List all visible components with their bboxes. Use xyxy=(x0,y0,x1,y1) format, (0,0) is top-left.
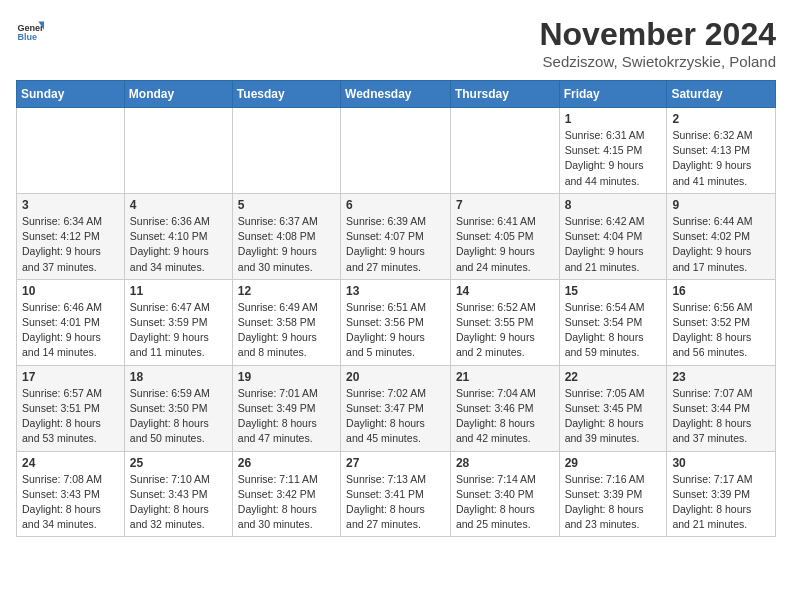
month-title: November 2024 xyxy=(539,16,776,53)
calendar-body: 1Sunrise: 6:31 AM Sunset: 4:15 PM Daylig… xyxy=(17,108,776,537)
day-number: 15 xyxy=(565,284,662,298)
day-info: Sunrise: 6:37 AM Sunset: 4:08 PM Dayligh… xyxy=(238,214,335,275)
calendar-week-row: 17Sunrise: 6:57 AM Sunset: 3:51 PM Dayli… xyxy=(17,365,776,451)
day-number: 9 xyxy=(672,198,770,212)
calendar-day-cell: 18Sunrise: 6:59 AM Sunset: 3:50 PM Dayli… xyxy=(124,365,232,451)
calendar-day-cell: 22Sunrise: 7:05 AM Sunset: 3:45 PM Dayli… xyxy=(559,365,667,451)
day-number: 18 xyxy=(130,370,227,384)
day-info: Sunrise: 6:42 AM Sunset: 4:04 PM Dayligh… xyxy=(565,214,662,275)
day-info: Sunrise: 7:17 AM Sunset: 3:39 PM Dayligh… xyxy=(672,472,770,533)
day-info: Sunrise: 6:44 AM Sunset: 4:02 PM Dayligh… xyxy=(672,214,770,275)
day-info: Sunrise: 6:52 AM Sunset: 3:55 PM Dayligh… xyxy=(456,300,554,361)
day-info: Sunrise: 6:39 AM Sunset: 4:07 PM Dayligh… xyxy=(346,214,445,275)
day-info: Sunrise: 6:59 AM Sunset: 3:50 PM Dayligh… xyxy=(130,386,227,447)
logo-icon: General Blue xyxy=(16,16,44,44)
day-number: 27 xyxy=(346,456,445,470)
day-info: Sunrise: 7:01 AM Sunset: 3:49 PM Dayligh… xyxy=(238,386,335,447)
weekday-header-cell: Thursday xyxy=(450,81,559,108)
calendar-day-cell: 2Sunrise: 6:32 AM Sunset: 4:13 PM Daylig… xyxy=(667,108,776,194)
calendar-day-cell: 1Sunrise: 6:31 AM Sunset: 4:15 PM Daylig… xyxy=(559,108,667,194)
day-info: Sunrise: 7:02 AM Sunset: 3:47 PM Dayligh… xyxy=(346,386,445,447)
day-info: Sunrise: 6:49 AM Sunset: 3:58 PM Dayligh… xyxy=(238,300,335,361)
day-number: 5 xyxy=(238,198,335,212)
calendar-week-row: 1Sunrise: 6:31 AM Sunset: 4:15 PM Daylig… xyxy=(17,108,776,194)
calendar-day-cell: 17Sunrise: 6:57 AM Sunset: 3:51 PM Dayli… xyxy=(17,365,125,451)
calendar-week-row: 10Sunrise: 6:46 AM Sunset: 4:01 PM Dayli… xyxy=(17,279,776,365)
day-number: 17 xyxy=(22,370,119,384)
calendar-day-cell: 5Sunrise: 6:37 AM Sunset: 4:08 PM Daylig… xyxy=(232,193,340,279)
calendar-day-cell: 23Sunrise: 7:07 AM Sunset: 3:44 PM Dayli… xyxy=(667,365,776,451)
day-number: 11 xyxy=(130,284,227,298)
day-info: Sunrise: 7:04 AM Sunset: 3:46 PM Dayligh… xyxy=(456,386,554,447)
calendar-day-cell: 11Sunrise: 6:47 AM Sunset: 3:59 PM Dayli… xyxy=(124,279,232,365)
day-number: 24 xyxy=(22,456,119,470)
calendar-day-cell: 21Sunrise: 7:04 AM Sunset: 3:46 PM Dayli… xyxy=(450,365,559,451)
day-number: 4 xyxy=(130,198,227,212)
day-number: 8 xyxy=(565,198,662,212)
day-info: Sunrise: 7:07 AM Sunset: 3:44 PM Dayligh… xyxy=(672,386,770,447)
weekday-header-cell: Wednesday xyxy=(341,81,451,108)
day-info: Sunrise: 7:16 AM Sunset: 3:39 PM Dayligh… xyxy=(565,472,662,533)
weekday-header-cell: Monday xyxy=(124,81,232,108)
calendar-day-cell: 7Sunrise: 6:41 AM Sunset: 4:05 PM Daylig… xyxy=(450,193,559,279)
calendar-week-row: 3Sunrise: 6:34 AM Sunset: 4:12 PM Daylig… xyxy=(17,193,776,279)
calendar-day-cell xyxy=(124,108,232,194)
weekday-header-cell: Saturday xyxy=(667,81,776,108)
day-number: 20 xyxy=(346,370,445,384)
calendar-table: SundayMondayTuesdayWednesdayThursdayFrid… xyxy=(16,80,776,537)
weekday-header-cell: Friday xyxy=(559,81,667,108)
day-number: 3 xyxy=(22,198,119,212)
logo: General Blue xyxy=(16,16,44,44)
title-area: November 2024 Sedziszow, Swietokrzyskie,… xyxy=(539,16,776,70)
day-info: Sunrise: 6:51 AM Sunset: 3:56 PM Dayligh… xyxy=(346,300,445,361)
day-info: Sunrise: 7:14 AM Sunset: 3:40 PM Dayligh… xyxy=(456,472,554,533)
day-number: 16 xyxy=(672,284,770,298)
calendar-day-cell: 28Sunrise: 7:14 AM Sunset: 3:40 PM Dayli… xyxy=(450,451,559,537)
calendar-day-cell: 25Sunrise: 7:10 AM Sunset: 3:43 PM Dayli… xyxy=(124,451,232,537)
calendar-day-cell: 13Sunrise: 6:51 AM Sunset: 3:56 PM Dayli… xyxy=(341,279,451,365)
day-info: Sunrise: 6:54 AM Sunset: 3:54 PM Dayligh… xyxy=(565,300,662,361)
day-number: 22 xyxy=(565,370,662,384)
day-info: Sunrise: 6:31 AM Sunset: 4:15 PM Dayligh… xyxy=(565,128,662,189)
calendar-day-cell: 4Sunrise: 6:36 AM Sunset: 4:10 PM Daylig… xyxy=(124,193,232,279)
calendar-day-cell: 20Sunrise: 7:02 AM Sunset: 3:47 PM Dayli… xyxy=(341,365,451,451)
calendar-day-cell: 10Sunrise: 6:46 AM Sunset: 4:01 PM Dayli… xyxy=(17,279,125,365)
calendar-day-cell xyxy=(450,108,559,194)
day-number: 12 xyxy=(238,284,335,298)
day-number: 10 xyxy=(22,284,119,298)
day-info: Sunrise: 6:36 AM Sunset: 4:10 PM Dayligh… xyxy=(130,214,227,275)
day-info: Sunrise: 6:46 AM Sunset: 4:01 PM Dayligh… xyxy=(22,300,119,361)
calendar-week-row: 24Sunrise: 7:08 AM Sunset: 3:43 PM Dayli… xyxy=(17,451,776,537)
day-info: Sunrise: 7:11 AM Sunset: 3:42 PM Dayligh… xyxy=(238,472,335,533)
calendar-day-cell: 3Sunrise: 6:34 AM Sunset: 4:12 PM Daylig… xyxy=(17,193,125,279)
calendar-day-cell: 19Sunrise: 7:01 AM Sunset: 3:49 PM Dayli… xyxy=(232,365,340,451)
weekday-header-cell: Tuesday xyxy=(232,81,340,108)
day-info: Sunrise: 6:41 AM Sunset: 4:05 PM Dayligh… xyxy=(456,214,554,275)
calendar-day-cell: 24Sunrise: 7:08 AM Sunset: 3:43 PM Dayli… xyxy=(17,451,125,537)
day-number: 23 xyxy=(672,370,770,384)
day-number: 13 xyxy=(346,284,445,298)
calendar-day-cell: 15Sunrise: 6:54 AM Sunset: 3:54 PM Dayli… xyxy=(559,279,667,365)
day-number: 21 xyxy=(456,370,554,384)
calendar-day-cell: 30Sunrise: 7:17 AM Sunset: 3:39 PM Dayli… xyxy=(667,451,776,537)
day-info: Sunrise: 6:56 AM Sunset: 3:52 PM Dayligh… xyxy=(672,300,770,361)
day-number: 19 xyxy=(238,370,335,384)
calendar-day-cell xyxy=(341,108,451,194)
day-info: Sunrise: 6:47 AM Sunset: 3:59 PM Dayligh… xyxy=(130,300,227,361)
calendar-day-cell: 26Sunrise: 7:11 AM Sunset: 3:42 PM Dayli… xyxy=(232,451,340,537)
day-number: 29 xyxy=(565,456,662,470)
day-number: 28 xyxy=(456,456,554,470)
day-info: Sunrise: 6:34 AM Sunset: 4:12 PM Dayligh… xyxy=(22,214,119,275)
calendar-day-cell: 27Sunrise: 7:13 AM Sunset: 3:41 PM Dayli… xyxy=(341,451,451,537)
calendar-day-cell: 9Sunrise: 6:44 AM Sunset: 4:02 PM Daylig… xyxy=(667,193,776,279)
calendar-day-cell xyxy=(232,108,340,194)
day-info: Sunrise: 6:57 AM Sunset: 3:51 PM Dayligh… xyxy=(22,386,119,447)
day-number: 6 xyxy=(346,198,445,212)
svg-text:Blue: Blue xyxy=(17,32,37,42)
day-info: Sunrise: 7:08 AM Sunset: 3:43 PM Dayligh… xyxy=(22,472,119,533)
day-info: Sunrise: 6:32 AM Sunset: 4:13 PM Dayligh… xyxy=(672,128,770,189)
day-info: Sunrise: 7:10 AM Sunset: 3:43 PM Dayligh… xyxy=(130,472,227,533)
day-number: 7 xyxy=(456,198,554,212)
weekday-header-row: SundayMondayTuesdayWednesdayThursdayFrid… xyxy=(17,81,776,108)
day-number: 1 xyxy=(565,112,662,126)
